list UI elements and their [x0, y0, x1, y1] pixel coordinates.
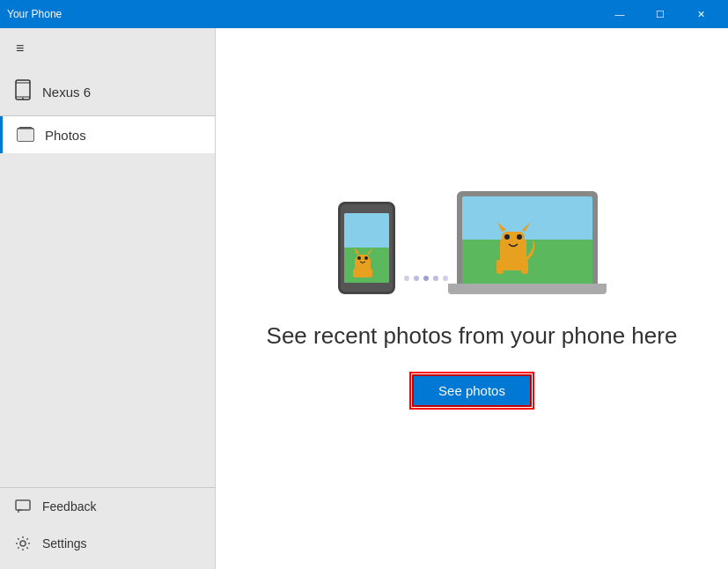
laptop-screen-inner	[462, 196, 592, 284]
window-controls: — ☐ ✕	[599, 0, 721, 28]
svg-rect-17	[368, 269, 372, 277]
svg-point-9	[20, 541, 26, 546]
svg-marker-13	[368, 248, 373, 255]
svg-marker-20	[497, 222, 506, 232]
title-bar-left: Your Phone	[7, 8, 62, 20]
device-name: Nexus 6	[42, 85, 91, 100]
sidebar-header: ≡	[0, 28, 215, 69]
device-item: Nexus 6	[0, 69, 215, 116]
phone-screen	[344, 213, 389, 283]
svg-rect-7	[19, 127, 32, 129]
see-photos-button[interactable]: See photos	[412, 374, 532, 407]
main-heading: See recent photos from your phone here	[267, 322, 678, 350]
svg-rect-16	[353, 269, 357, 277]
feedback-label: Feedback	[42, 499, 96, 514]
svg-marker-12	[354, 248, 359, 255]
hamburger-icon[interactable]: ≡	[12, 37, 27, 60]
phone-visual	[338, 202, 395, 294]
photos-icon	[17, 127, 34, 143]
laptop-visual	[457, 191, 607, 294]
feedback-item[interactable]: Feedback	[0, 488, 215, 525]
svg-point-14	[357, 256, 361, 260]
photos-label: Photos	[45, 128, 86, 143]
svg-point-3	[22, 98, 24, 100]
feedback-icon	[14, 499, 32, 514]
illustration	[338, 191, 607, 294]
svg-marker-21	[522, 222, 531, 232]
svg-point-22	[504, 234, 510, 240]
close-button[interactable]: ✕	[680, 0, 721, 28]
sidebar-bottom: Feedback Settings	[0, 487, 215, 569]
sidebar: ≡ Nexus 6	[0, 28, 216, 569]
svg-point-15	[364, 256, 368, 260]
laptop-screen-outer	[457, 191, 598, 284]
laptop-base	[448, 284, 607, 294]
settings-label: Settings	[42, 536, 87, 551]
svg-rect-5	[18, 129, 33, 141]
svg-rect-24	[496, 260, 504, 274]
laptop-cat	[484, 218, 546, 284]
title-bar: Your Phone — ☐ ✕	[0, 0, 728, 28]
app-title: Your Phone	[7, 8, 62, 20]
maximize-button[interactable]: ☐	[640, 0, 680, 28]
nav-item-photos[interactable]: Photos	[0, 116, 215, 153]
sidebar-spacer	[0, 153, 215, 487]
svg-rect-25	[521, 260, 528, 274]
phone-cat	[346, 240, 381, 283]
svg-rect-8	[16, 500, 30, 510]
svg-rect-11	[357, 255, 369, 265]
phone-icon	[14, 79, 32, 105]
settings-icon	[14, 536, 32, 551]
dots-connector	[395, 276, 457, 281]
main-content: See recent photos from your phone here S…	[216, 28, 728, 569]
settings-item[interactable]: Settings	[0, 525, 215, 562]
minimize-button[interactable]: —	[599, 0, 640, 28]
svg-point-23	[517, 234, 522, 240]
app-container: ≡ Nexus 6	[0, 28, 728, 569]
